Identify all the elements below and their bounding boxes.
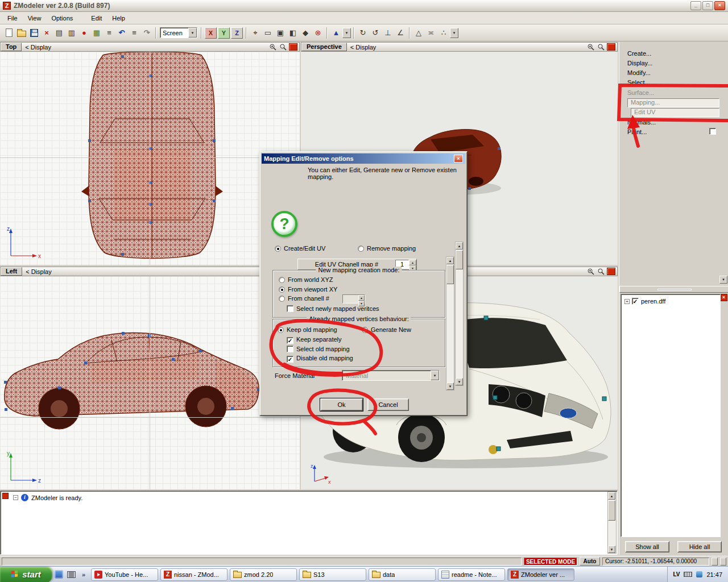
select-element-icon[interactable]: ◆ xyxy=(299,27,312,39)
paint-checkbox[interactable] xyxy=(709,128,716,135)
axis-y-button[interactable]: Y xyxy=(218,27,230,39)
start-button[interactable]: start xyxy=(0,567,52,582)
command-modify[interactable]: Modify... xyxy=(627,69,651,76)
snapshot-icon[interactable]: ▦ xyxy=(90,27,103,39)
keep-separately-option[interactable]: ✓Keep separately xyxy=(287,336,342,344)
dialog-title-bar[interactable]: Mapping Edit/Remove options × xyxy=(262,153,465,164)
command-mapping[interactable]: Mapping... xyxy=(627,98,719,107)
maximize-viewport-icon[interactable] xyxy=(607,268,615,275)
quicklaunch-overflow-chevron[interactable]: » xyxy=(78,569,89,580)
normal-tool-icon[interactable]: ⊥ xyxy=(382,27,394,39)
from-viewport-option[interactable]: From viewport XY xyxy=(279,286,337,293)
angle-tool-icon[interactable]: ∠ xyxy=(394,27,407,39)
screen-mode-combo[interactable]: Screen ▼ xyxy=(160,27,197,38)
uv-channel-spinner[interactable]: ▲▼ xyxy=(409,260,416,269)
record-icon[interactable]: ● xyxy=(78,27,90,39)
notes-icon[interactable]: ≡ xyxy=(103,27,115,39)
create-edit-uv-option[interactable]: Create/Edit UV xyxy=(275,245,325,252)
axis-z-button[interactable]: Z xyxy=(231,27,243,39)
zoom-in-icon[interactable] xyxy=(586,43,595,51)
copy-icon[interactable]: ▤ xyxy=(53,27,65,39)
zoom-region-icon[interactable] xyxy=(279,43,287,51)
collapse-icon[interactable]: − xyxy=(13,495,18,500)
command-create[interactable]: Create... xyxy=(627,50,651,57)
create-edit-uv-radio[interactable] xyxy=(275,246,281,252)
menu-file[interactable]: File xyxy=(2,13,23,24)
from-chanell-option[interactable]: From chanell # xyxy=(279,295,329,302)
dialog-outer-scrollbar[interactable]: ▲ ▼ xyxy=(455,242,464,386)
keep-separately-checkbox[interactable]: ✓ xyxy=(287,337,293,344)
log-scrollbar[interactable]: ▲ ▼ xyxy=(607,492,617,554)
select-new-checkbox[interactable] xyxy=(287,305,293,312)
menu-edit[interactable]: Edit xyxy=(86,13,107,24)
delete-icon[interactable]: × xyxy=(40,27,53,39)
new-file-icon[interactable] xyxy=(3,27,15,39)
combo-dropdown-icon[interactable]: ▼ xyxy=(188,28,197,38)
viewport-perspective-label[interactable]: Perspective xyxy=(301,43,347,51)
from-world-option[interactable]: From world XYZ xyxy=(279,276,333,283)
scroll-down-button[interactable]: ▼ xyxy=(446,383,454,390)
command-select[interactable]: Select... xyxy=(627,79,650,86)
select-area-icon[interactable]: ▭ xyxy=(262,27,274,39)
scene-item-label[interactable]: peren.dff xyxy=(641,298,665,305)
tray-app-icon[interactable] xyxy=(696,571,702,577)
force-material-combo[interactable]: Material ▼ xyxy=(342,370,440,381)
select-half-icon[interactable]: ◧ xyxy=(287,27,299,39)
viewport-left-label[interactable]: Left xyxy=(1,267,22,276)
axis-x-button[interactable]: X xyxy=(205,27,217,39)
scroll-thumb[interactable] xyxy=(456,250,463,269)
bones-tool-icon[interactable]: ∴ xyxy=(437,27,450,39)
status-mini-button-1[interactable] xyxy=(712,558,718,566)
command-surface[interactable]: Surface... xyxy=(627,89,654,96)
command-paint[interactable]: Paint... xyxy=(627,128,647,135)
remove-mapping-radio[interactable] xyxy=(358,246,364,252)
scroll-up-button[interactable]: ▲ xyxy=(456,242,463,250)
save-file-icon[interactable] xyxy=(28,27,40,39)
zoom-region-icon[interactable] xyxy=(597,268,605,275)
scene-item-checkbox[interactable]: ✓ xyxy=(632,298,639,305)
menu-options[interactable]: Options xyxy=(46,13,78,24)
from-world-radio[interactable] xyxy=(279,277,285,283)
task-data-folder[interactable]: data xyxy=(369,568,436,581)
panel-splitter[interactable] xyxy=(619,286,728,293)
quicklaunch-item-1[interactable] xyxy=(53,569,64,580)
commands-scroll-down-button[interactable]: ▼ xyxy=(719,276,727,284)
close-panel-button[interactable]: × xyxy=(720,294,727,301)
remove-mapping-option[interactable]: Remove mapping xyxy=(358,245,416,252)
move-tool-icon[interactable]: ▲ xyxy=(330,27,342,39)
command-display[interactable]: Display... xyxy=(627,60,652,66)
task-zmodeler-active[interactable]: ZZModeler ver ... xyxy=(507,568,574,581)
tools-dropdown-icon[interactable]: ▼ xyxy=(450,28,458,38)
zoom-in-icon[interactable] xyxy=(268,43,277,51)
maximize-viewport-icon[interactable] xyxy=(289,43,297,51)
weld-tool-icon[interactable]: ≍ xyxy=(425,27,437,39)
paste-icon[interactable]: ▥ xyxy=(65,27,78,39)
task-readme-notepad[interactable]: readme - Note... xyxy=(438,568,505,581)
menu-help[interactable]: Help xyxy=(107,13,130,24)
ok-button[interactable]: Ok xyxy=(320,398,363,411)
scroll-up-button[interactable]: ▲ xyxy=(446,257,454,264)
zoom-region-icon[interactable] xyxy=(597,43,605,51)
viewport-top-label[interactable]: Top xyxy=(1,43,22,51)
deselect-icon[interactable]: ⊗ xyxy=(312,27,324,39)
scroll-down-button[interactable]: ▼ xyxy=(456,378,463,385)
redo-icon[interactable]: ↷ xyxy=(140,27,153,39)
viewport-left-display-menu[interactable]: < Display xyxy=(26,268,52,275)
history-icon[interactable]: ≡ xyxy=(128,27,140,39)
open-file-icon[interactable] xyxy=(15,27,28,39)
rotate-cw-icon[interactable]: ↻ xyxy=(357,27,369,39)
keep-old-radio[interactable] xyxy=(278,327,284,333)
scroll-up-button[interactable]: ▲ xyxy=(608,492,615,500)
select-single-icon[interactable]: ⌖ xyxy=(249,27,262,39)
task-zmod-folder[interactable]: zmod 2.20 xyxy=(230,568,297,581)
chanell-spinner[interactable]: ▲▼ xyxy=(358,295,365,303)
select-old-option[interactable]: Select old mapping xyxy=(287,346,350,352)
undo-icon[interactable]: ↶ xyxy=(115,27,128,39)
cancel-button[interactable]: Cancel xyxy=(367,398,409,411)
task-s13-folder[interactable]: S13 xyxy=(299,568,366,581)
auto-button[interactable]: Auto xyxy=(580,557,600,566)
viewport-left-canvas[interactable]: y z xyxy=(0,276,300,489)
viewport-top-display-menu[interactable]: < Display xyxy=(25,44,51,51)
disable-old-option[interactable]: ✓Disable old mapping xyxy=(287,355,353,363)
maximize-button[interactable]: □ xyxy=(702,1,713,10)
